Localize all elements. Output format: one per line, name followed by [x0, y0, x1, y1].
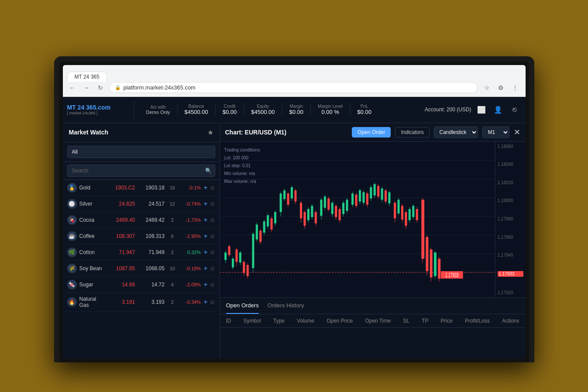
orders-table: IDSymbolTypeVolumeOpen PriceOpen TimeSLT…	[220, 314, 526, 359]
chart-body[interactable]: Trading conditions: Lot: 100 000 Lot ste…	[220, 142, 526, 297]
market-spread: 2	[167, 217, 178, 223]
svg-rect-83	[370, 187, 372, 198]
table-column-header: TP	[416, 314, 434, 328]
list-item[interactable]: 🥇 Gold 1903.C2 1903.18 16 -0.1% + ☆	[63, 180, 220, 196]
svg-rect-21	[246, 265, 248, 276]
add-market-button[interactable]: +	[203, 281, 207, 289]
app-header: MT 24 365.com [ market-24x365 ] A/c with…	[63, 97, 526, 123]
favorite-button[interactable]: ☆	[210, 233, 215, 240]
svg-rect-117	[438, 258, 440, 279]
list-item[interactable]: 🌿 Cotton 71.947 71.949 2 0.32% + ☆	[63, 244, 220, 261]
svg-rect-69	[342, 203, 344, 214]
market-change: 0.32%	[180, 250, 201, 255]
favorite-button[interactable]: ☆	[210, 281, 215, 288]
tab-orders-history[interactable]: Orders History	[268, 298, 304, 314]
price-label: 1.17960	[498, 235, 523, 240]
price-label: 1.17933	[498, 271, 523, 277]
add-market-button[interactable]: +	[203, 248, 207, 256]
add-market-button[interactable]: +	[203, 184, 207, 192]
credit-stat: Credit $0.00	[216, 104, 244, 115]
favorite-button[interactable]: ☆	[210, 265, 215, 272]
timeframe-select[interactable]: M1 M5 M15 H1 D1	[482, 127, 509, 138]
logout-icon-btn[interactable]: ⎋	[508, 103, 521, 116]
svg-rect-51	[307, 209, 309, 220]
orders-data-table: IDSymbolTypeVolumeOpen PriceOpen TimeSLT…	[220, 314, 526, 328]
address-bar[interactable]: 🔒 platform.market-24x365.com	[109, 82, 478, 93]
display-icon-btn[interactable]: ⬜	[475, 103, 488, 116]
balance-stat: Balance $4500.00	[178, 104, 216, 115]
favorite-button[interactable]: ☆	[210, 200, 215, 207]
favorite-button[interactable]: ☆	[210, 249, 215, 256]
market-spread: 10	[167, 266, 178, 271]
favorite-button[interactable]: ☆	[210, 299, 215, 306]
sidebar: Market Watch ★ All Favorites Forex Commo…	[63, 123, 220, 359]
close-chart-button[interactable]: ✕	[514, 127, 520, 137]
table-column-header: Profit/Loss	[459, 314, 496, 328]
svg-rect-93	[388, 192, 390, 203]
favorite-button[interactable]: ☆	[210, 217, 215, 224]
indicators-button[interactable]: Indicators	[395, 127, 429, 138]
lot-info: Lot: 100 000	[224, 154, 261, 162]
bookmark-icon[interactable]: ☆	[481, 82, 493, 94]
list-item[interactable]: 🌾 Soy Bean 1087.95 1068.05 10 -0.19% + ☆	[63, 261, 220, 277]
svg-rect-97	[397, 199, 399, 213]
list-item[interactable]: ⚪ Silver 24.625 24.517 12 -0.74% + ☆	[63, 196, 220, 212]
margin-label: Margin	[290, 104, 303, 109]
extensions-icon[interactable]: ⚙	[495, 82, 507, 94]
svg-rect-9	[224, 252, 227, 260]
header-divider	[134, 101, 134, 118]
market-icon: 🔥	[67, 297, 77, 307]
credit-value: $0.00	[223, 109, 237, 115]
favorite-button[interactable]: ☆	[210, 184, 215, 191]
svg-rect-103	[408, 209, 410, 220]
category-filter[interactable]: All Favorites Forex Commodities	[67, 146, 215, 158]
market-ask: 71.949	[138, 249, 165, 255]
back-button[interactable]: ←	[67, 83, 78, 93]
market-spread: 2	[167, 250, 178, 255]
add-market-button[interactable]: +	[203, 265, 207, 272]
candlestick-chart: 1.17933	[220, 142, 526, 297]
list-item[interactable]: 🍫 Cocoa 2469.40 2469.42 2 -1.73% + ☆	[63, 212, 220, 228]
browser-chrome: MT 24 365 ← → ↻ 🔒 platform.market-24x365…	[63, 65, 526, 97]
chart-type-select[interactable]: Candlestick Line Bar	[434, 127, 478, 138]
add-market-button[interactable]: +	[203, 200, 207, 208]
add-market-button[interactable]: +	[203, 298, 207, 306]
svg-rect-95	[394, 203, 396, 218]
user-icon-btn[interactable]: 👤	[492, 103, 505, 116]
market-icon: 🥇	[67, 183, 77, 193]
brand-logo: MT 24 365.com [ market-24x365 ]	[67, 104, 120, 115]
search-icon: 🔍	[205, 168, 212, 174]
open-order-button[interactable]: Open Order	[352, 127, 391, 138]
search-input[interactable]	[67, 165, 215, 177]
tab-open-orders[interactable]: Open Orders	[226, 298, 259, 314]
equity-label: Equity	[257, 104, 269, 109]
market-actions: + ☆	[203, 265, 215, 272]
favorite-toggle-button[interactable]: ★	[207, 128, 213, 137]
market-actions: + ☆	[203, 232, 215, 240]
svg-rect-25	[255, 224, 258, 239]
header-right: Account: 200 (USD) ⬜ 👤 ⎋	[425, 103, 521, 116]
market-change: -2.09%	[180, 282, 201, 287]
add-market-button[interactable]: +	[203, 216, 207, 224]
table-column-header: Type	[267, 314, 291, 328]
market-spread: 12	[167, 201, 178, 206]
price-label: 1.17920	[498, 290, 523, 295]
menu-icon[interactable]: ⋮	[509, 82, 521, 94]
price-label: 1.18020	[498, 180, 523, 185]
add-market-button[interactable]: +	[203, 232, 207, 240]
brand-name: MT 24 365.com	[67, 104, 120, 111]
reload-button[interactable]: ↻	[95, 83, 106, 93]
chart-title: Chart: EUR/USD (M1)	[225, 129, 348, 136]
forward-button[interactable]: →	[81, 83, 92, 93]
list-item[interactable]: ☕ Coffee 108.307 108.313 6 -2.90% + ☆	[63, 228, 220, 244]
list-item[interactable]: 🍬 Sugar 14.68 14.72 4 -2.09% + ☆	[63, 277, 220, 293]
browser-actions: ☆ ⚙ ⋮	[481, 82, 521, 94]
price-label: 1.17940	[498, 253, 523, 258]
browser-tab[interactable]: MT 24 365	[67, 72, 107, 82]
sidebar-header: Market Watch ★	[63, 123, 220, 142]
margin-level-stat: Margin Level 0.00 %	[311, 104, 350, 115]
market-bid: 108.307	[108, 233, 135, 239]
chart-info-overlay: Trading conditions: Lot: 100 000 Lot ste…	[224, 146, 261, 186]
list-item[interactable]: 🔥 Natural Gas 3.191 3.193 2 -0.34% + ☆	[63, 293, 220, 312]
svg-text:1.17933: 1.17933	[445, 272, 458, 279]
